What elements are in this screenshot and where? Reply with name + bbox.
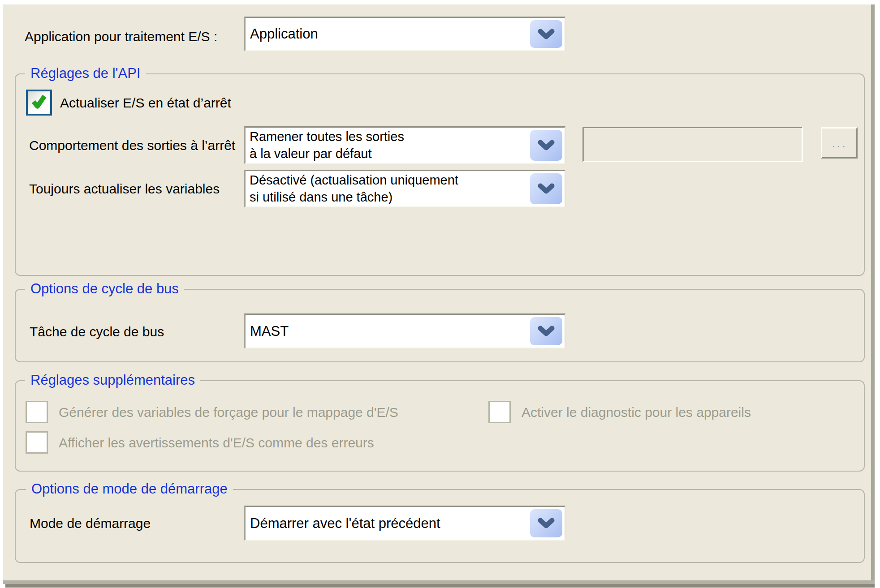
outputs-behaviour-value-line1: Ramener toutes les sorties xyxy=(250,128,527,145)
group-additional-settings xyxy=(15,380,865,472)
always-update-value-line2: si utilisé dans une tâche) xyxy=(250,189,527,206)
always-update-value-line1: Désactivé (actualisation uniquement xyxy=(250,172,527,189)
panel-shadow-bottom-dark xyxy=(5,584,875,588)
group-plc-settings-title: Réglages de l'API xyxy=(25,65,146,82)
warnings-as-errors-label: Afficher les avertissements d'E/S comme … xyxy=(59,435,374,450)
browse-button: ... xyxy=(821,127,858,159)
always-update-dropdown-button[interactable] xyxy=(530,173,562,204)
always-update-label: Toujours actualiser les variables xyxy=(29,181,220,196)
panel-shadow-right xyxy=(871,4,875,584)
outputs-behaviour-value: Ramener toutes les sorties à la valeur p… xyxy=(250,128,527,162)
bus-cycle-task-label: Tâche de cycle de bus xyxy=(30,324,164,339)
outputs-path-field xyxy=(582,127,803,162)
start-mode-dropdown-button[interactable] xyxy=(530,509,562,537)
io-application-dropdown-button[interactable] xyxy=(530,20,562,48)
io-application-value: Application xyxy=(250,18,527,50)
bus-cycle-task-value: MAST xyxy=(250,315,527,348)
chevron-down-icon xyxy=(537,325,555,337)
outputs-behaviour-combobox[interactable]: Ramener toutes les sorties à la valeur p… xyxy=(244,126,565,164)
io-application-label: Application pour traitement E/S : xyxy=(25,29,217,44)
outputs-behaviour-dropdown-button[interactable] xyxy=(530,130,562,161)
force-variables-checkbox xyxy=(26,401,48,423)
check-icon xyxy=(30,92,48,113)
io-application-combobox[interactable]: Application xyxy=(244,17,565,51)
chevron-down-icon xyxy=(537,139,555,151)
always-update-value: Désactivé (actualisation uniquement si u… xyxy=(250,172,527,206)
group-bus-cycle-title: Options de cycle de bus xyxy=(25,281,184,297)
chevron-down-icon xyxy=(537,28,555,40)
chevron-down-icon xyxy=(537,183,555,195)
device-diagnostics-label: Activer le diagnostic pour les appareils xyxy=(522,405,751,420)
update-io-label: Actualiser E/S en état d’arrêt xyxy=(60,95,231,110)
bus-cycle-task-dropdown-button[interactable] xyxy=(530,317,562,345)
start-mode-combobox[interactable]: Démarrer avec l'état précédent xyxy=(244,506,565,541)
start-mode-value: Démarrer avec l'état précédent xyxy=(250,507,527,540)
warnings-as-errors-checkbox xyxy=(26,431,48,454)
start-mode-label: Mode de démarrage xyxy=(30,516,151,531)
panel-shadow-bottom xyxy=(3,580,875,584)
update-io-checkbox[interactable] xyxy=(26,90,52,116)
group-additional-settings-title: Réglages supplémentaires xyxy=(25,372,200,388)
device-diagnostics-checkbox xyxy=(488,401,511,423)
outputs-behaviour-value-line2: à la valeur par défaut xyxy=(250,145,527,162)
chevron-down-icon xyxy=(537,517,555,529)
force-variables-label: Générer des variables de forçage pour le… xyxy=(59,405,398,420)
bus-cycle-task-combobox[interactable]: MAST xyxy=(244,313,565,348)
always-update-combobox[interactable]: Désactivé (actualisation uniquement si u… xyxy=(244,170,565,207)
group-start-mode-title: Options de mode de démarrage xyxy=(26,481,233,497)
outputs-behaviour-label: Comportement des sorties à l’arrêt xyxy=(29,138,235,153)
